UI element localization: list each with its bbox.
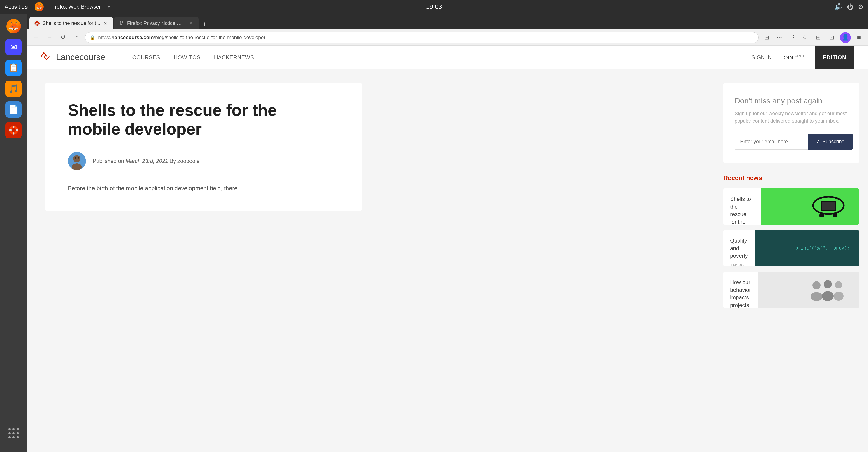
taskbar-right: 🔊 ⏻ ⚙ [835, 3, 864, 11]
reader-view-button[interactable]: ⊟ [761, 32, 772, 43]
bookmark-button[interactable]: ☆ [799, 32, 810, 43]
subscribe-button[interactable]: ✓ Subscribe [808, 134, 852, 150]
reload-button[interactable]: ↺ [58, 32, 69, 43]
back-button[interactable]: ← [31, 32, 41, 43]
news-card-title-3: How our behavior impacts projects [730, 278, 751, 308]
tab-bar: Shells to the rescue for t... ✕ M Firefo… [27, 13, 868, 29]
site-nav-right: SIGN IN JOIN FREE EDITION [751, 46, 855, 69]
edition-button[interactable]: EDITION [815, 46, 855, 69]
svg-rect-9 [822, 202, 835, 210]
recent-news-title: Recent news [723, 174, 859, 182]
sidebar-help-icon[interactable]: 🛟 [5, 122, 22, 139]
browser-name-label: Firefox Web Browser [51, 4, 101, 10]
hamburger-menu-button[interactable]: ≡ [854, 32, 864, 43]
news-thumbnail-3 [758, 272, 859, 308]
join-free-label: FREE [795, 54, 806, 58]
profile-button[interactable]: 👤 [840, 32, 851, 43]
published-author: zooboole [178, 158, 199, 164]
svg-rect-10 [819, 214, 824, 217]
website-content: Lancecourse COURSES HOW-TOS HACKERNEWS S… [27, 46, 868, 452]
sidebar-mail-icon[interactable]: ✉ [5, 39, 22, 55]
tab-favicon-mozilla: M [119, 20, 125, 27]
sidebar-writer-icon[interactable]: 📄 [5, 101, 22, 118]
news-card-title-2: Quality and poverty [730, 237, 748, 260]
published-text: Published on March 23rd, 2021 By zoobool… [93, 158, 199, 164]
svg-point-5 [75, 157, 76, 158]
tab-view-button[interactable]: ⊡ [827, 32, 837, 43]
sidebar-dots-grid[interactable] [8, 428, 19, 439]
logo-icon [41, 52, 53, 63]
howtos-nav-link[interactable]: HOW-TOS [174, 54, 200, 61]
taskbar-clock: 19:03 [426, 3, 442, 10]
dot-icon [12, 432, 15, 434]
pocket-button[interactable]: 🛡 [786, 32, 798, 43]
subscribe-label: Subscribe [822, 139, 844, 145]
news-card-2[interactable]: Quality and poverty Jan 30, 2021 printf(… [723, 230, 859, 266]
activities-label[interactable]: Activities [4, 3, 28, 10]
news-card-text-2: Quality and poverty Jan 30, 2021 [723, 230, 755, 266]
site-navigation: Lancecourse COURSES HOW-TOS HACKERNEWS S… [27, 46, 868, 69]
newsletter-box: Don't miss any post again Sign up for ou… [723, 83, 859, 163]
newsletter-title: Don't miss any post again [735, 96, 848, 105]
news-thumbnail-1 [761, 188, 859, 224]
news-card-3[interactable]: How our behavior impacts projects [723, 272, 859, 308]
url-display: https://lancecourse.com/blog/shells-to-t… [98, 35, 754, 40]
power-icon[interactable]: ⏻ [847, 3, 853, 11]
tab-close-mozilla[interactable]: ✕ [188, 20, 194, 26]
new-tab-button[interactable]: + [199, 19, 210, 29]
profile-icon: 👤 [842, 34, 849, 41]
signin-button[interactable]: SIGN IN [751, 54, 772, 61]
volume-icon[interactable]: 🔊 [835, 3, 842, 11]
dot-icon [17, 436, 19, 439]
svg-point-14 [824, 280, 832, 288]
news-card-title-1: Shells to the rescue for the mobile deve… [730, 195, 754, 224]
logo-text: Lancecourse [56, 53, 105, 62]
news-card-text-3: How our behavior impacts projects [723, 272, 758, 308]
svg-point-16 [835, 281, 842, 289]
tab-lancecourse[interactable]: Shells to the rescue for t... ✕ [29, 17, 113, 29]
tab-close-lancecourse[interactable]: ✕ [103, 20, 108, 26]
article-area: Shells to the rescue for the mobile deve… [27, 69, 714, 452]
article-title: Shells to the rescue for the mobile deve… [68, 101, 294, 139]
email-input[interactable] [735, 134, 808, 150]
svg-point-3 [73, 155, 81, 162]
news-card-text-1: Shells to the rescue for the mobile deve… [723, 188, 761, 224]
os-taskbar: Activities 🦊 Firefox Web Browser ▾ 19:03… [0, 0, 868, 13]
dot-icon [17, 432, 19, 434]
tab-title-lancecourse: Shells to the rescue for t... [42, 20, 100, 26]
join-button[interactable]: JOIN FREE [781, 54, 805, 61]
svg-rect-11 [833, 214, 837, 217]
forward-button[interactable]: → [44, 32, 55, 43]
sidebar-toggle-button[interactable]: ⊞ [813, 32, 824, 43]
article-teaser: Before the birth of the mobile applicati… [68, 184, 339, 193]
browser-chrome: Shells to the rescue for t... ✕ M Firefo… [27, 13, 868, 452]
sidebar-music-icon[interactable]: 🎵 [5, 81, 22, 97]
settings-icon[interactable]: ⚙ [858, 3, 864, 11]
home-button[interactable]: ⌂ [71, 32, 82, 43]
news-card-1[interactable]: Shells to the rescue for the mobile deve… [723, 188, 859, 224]
svg-point-17 [834, 292, 844, 301]
more-options-button[interactable]: ··· [774, 32, 785, 43]
navigation-bar: ← → ↺ ⌂ 🔒 https://lancecourse.com/blog/s… [27, 29, 868, 46]
dropdown-arrow-icon[interactable]: ▾ [107, 4, 110, 10]
news-card-date-2: Jan 30, 2021 [730, 263, 748, 266]
url-path: /blog/shells-to-the-rescue-for-the-mobil… [154, 35, 266, 40]
address-bar[interactable]: 🔒 https://lancecourse.com/blog/shells-to… [85, 32, 758, 43]
hackernews-nav-link[interactable]: HACKERNEWS [214, 54, 254, 61]
taskbar-left: Activities 🦊 Firefox Web Browser ▾ [4, 2, 828, 11]
url-host: lancecourse.com [113, 35, 154, 40]
svg-point-12 [812, 281, 820, 289]
tab-mozilla[interactable]: M Firefox Privacy Notice —... ✕ [114, 17, 198, 29]
published-label: Published on [93, 158, 124, 164]
site-logo[interactable]: Lancecourse [41, 52, 105, 63]
check-icon: ✓ [816, 139, 820, 145]
sidebar-notes-icon[interactable]: 📋 [5, 60, 22, 76]
sidebar-firefox-icon[interactable]: 🦊 [5, 18, 22, 34]
published-date: March 23rd, 2021 [125, 158, 168, 164]
right-sidebar: Don't miss any post again Sign up for ou… [714, 69, 868, 452]
dot-icon [12, 436, 15, 439]
courses-nav-link[interactable]: COURSES [132, 54, 160, 61]
firefox-taskbar-icon[interactable]: 🦊 [35, 2, 44, 11]
tab-title-mozilla: Firefox Privacy Notice —... [127, 20, 186, 26]
svg-point-13 [811, 292, 822, 301]
